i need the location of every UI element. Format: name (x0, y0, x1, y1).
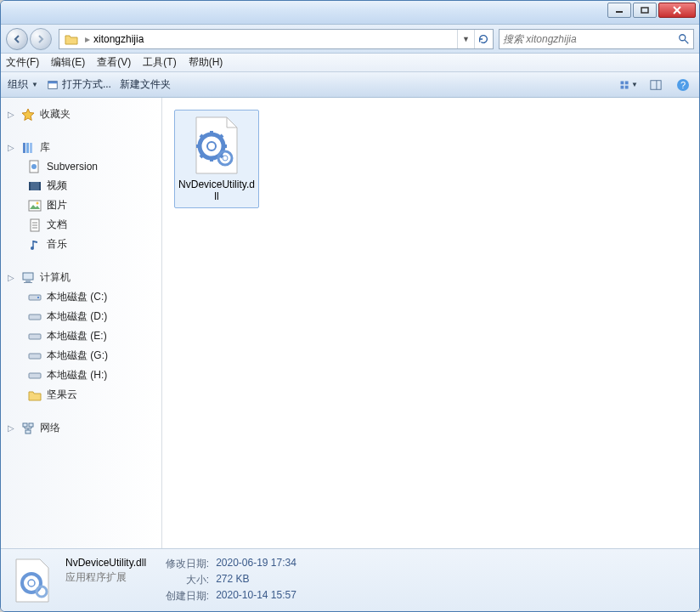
svg-rect-8 (621, 81, 624, 84)
svg-rect-42 (25, 430, 31, 434)
sidebar-item-music[interactable]: 音乐 (4, 235, 158, 254)
sidebar-item-jianguoyun[interactable]: 坚果云 (4, 385, 158, 405)
folder-icon (65, 32, 78, 46)
sidebar-item-pictures[interactable]: 图片 (4, 196, 158, 215)
disclosure-icon: ▷ (8, 273, 16, 282)
svg-point-44 (207, 142, 216, 150)
sidebar-item-drive-h[interactable]: 本地磁盘 (H:) (4, 366, 158, 385)
disclosure-icon: ▷ (8, 423, 16, 433)
file-item-selected[interactable]: NvDeviceUtility.dll (174, 110, 259, 208)
new-folder-button[interactable]: 新建文件夹 (120, 77, 171, 92)
libraries-heading[interactable]: ▷ 库 (4, 138, 158, 157)
sidebar-item-videos[interactable]: 视频 (4, 176, 158, 196)
sidebar-item-subversion[interactable]: Subversion (4, 157, 158, 176)
network-icon (21, 422, 35, 435)
back-button[interactable] (6, 28, 28, 50)
details-filetype: 应用程序扩展 (65, 570, 146, 585)
drive-icon (28, 291, 42, 304)
sidebar-item-documents[interactable]: 文档 (4, 215, 158, 235)
size-value: 272 KB (216, 573, 249, 587)
dll-file-icon (13, 558, 54, 604)
menu-help[interactable]: 帮助(H) (189, 55, 223, 70)
view-mode-button[interactable]: ▼ (619, 76, 638, 94)
svg-rect-22 (29, 182, 31, 190)
titlebar (1, 1, 699, 25)
search-input[interactable] (503, 33, 678, 45)
svg-rect-31 (23, 273, 33, 280)
sidebar-item-drive-e[interactable]: 本地磁盘 (E:) (4, 326, 158, 346)
sidebar-item-label: 本地磁盘 (G:) (47, 348, 108, 363)
organize-button[interactable]: 组织 ▼ (8, 77, 38, 92)
modified-value: 2020-06-19 17:34 (216, 557, 296, 571)
organize-label: 组织 (8, 77, 28, 92)
disclosure-icon: ▷ (8, 143, 16, 152)
svg-rect-38 (29, 354, 41, 359)
svg-rect-39 (29, 373, 41, 378)
svg-rect-35 (37, 297, 39, 298)
search-box[interactable] (499, 29, 694, 49)
svg-rect-33 (24, 282, 32, 283)
sidebar-item-drive-d[interactable]: 本地磁盘 (D:) (4, 307, 158, 326)
toolbar: 组织 ▼ 打开方式... 新建文件夹 ▼ ? (1, 72, 699, 98)
arrow-right-icon (36, 34, 46, 44)
picture-icon (28, 199, 42, 212)
svg-point-30 (31, 246, 34, 250)
svg-rect-32 (25, 280, 31, 282)
body-split: ▷ 收藏夹 ▷ 库 Subversion 视频 (1, 98, 699, 548)
menu-tools[interactable]: 工具(T) (143, 55, 176, 70)
sidebar-item-label: 图片 (47, 198, 67, 212)
drive-icon (28, 330, 42, 343)
svg-rect-21 (29, 182, 41, 190)
sidebar-item-drive-g[interactable]: 本地磁盘 (G:) (4, 346, 158, 366)
svg-rect-24 (29, 201, 41, 211)
open-with-button[interactable]: 打开方式... (47, 77, 111, 92)
help-button[interactable]: ? (674, 76, 692, 94)
created-label: 创建日期: (163, 589, 209, 604)
address-dropdown[interactable]: ▼ (457, 30, 474, 48)
favorites-heading[interactable]: ▷ 收藏夹 (4, 105, 158, 124)
computer-group: ▷ 计算机 本地磁盘 (C:) 本地磁盘 (D:) 本地磁盘 (E:) (4, 268, 158, 405)
computer-label: 计算机 (40, 270, 71, 285)
svg-rect-40 (23, 423, 27, 427)
dll-file-icon (189, 116, 244, 175)
document-icon (28, 218, 42, 232)
address-bar[interactable]: ▸ xitongzhijia ▼ (59, 29, 494, 49)
minimize-button[interactable] (607, 3, 631, 18)
drive-icon (28, 349, 42, 363)
network-label: 网络 (40, 421, 60, 435)
music-icon (28, 238, 42, 252)
menu-file[interactable]: 文件(F) (6, 55, 39, 70)
network-heading[interactable]: ▷ 网络 (4, 418, 158, 438)
refresh-button[interactable] (474, 30, 491, 48)
svg-line-50 (200, 155, 203, 157)
svg-rect-18 (30, 143, 32, 153)
forward-button[interactable] (30, 28, 52, 50)
svg-point-56 (28, 580, 35, 586)
svg-rect-10 (621, 85, 624, 88)
modified-label: 修改日期: (163, 557, 209, 571)
menu-view[interactable]: 查看(V) (97, 55, 131, 70)
menu-edit[interactable]: 编辑(E) (51, 55, 85, 70)
breadcrumb-sep: ▸ (85, 33, 90, 45)
disclosure-icon: ▷ (8, 110, 16, 119)
sidebar-item-label: 文档 (47, 218, 67, 232)
svg-rect-41 (29, 423, 33, 427)
maximize-button[interactable] (633, 3, 657, 18)
created-value: 2020-10-14 15:57 (216, 589, 296, 604)
svg-rect-9 (625, 81, 629, 84)
view-icon (619, 79, 629, 91)
close-button[interactable] (658, 3, 696, 18)
sidebar-item-label: 视频 (47, 178, 67, 193)
computer-heading[interactable]: ▷ 计算机 (4, 268, 158, 287)
details-filename: NvDeviceUtility.dll (65, 557, 146, 569)
content-area[interactable]: NvDeviceUtility.dll (162, 98, 699, 548)
svg-rect-17 (26, 143, 29, 153)
sidebar-item-drive-c[interactable]: 本地磁盘 (C:) (4, 287, 158, 307)
favorites-group: ▷ 收藏夹 (4, 105, 158, 124)
details-text: NvDeviceUtility.dll 应用程序扩展 修改日期: 2020-06… (65, 557, 296, 604)
size-label: 大小: (163, 573, 209, 587)
nav-buttons (6, 28, 54, 50)
preview-pane-button[interactable] (646, 76, 665, 94)
file-name-label: NvDeviceUtility.dll (178, 178, 255, 202)
svg-line-51 (220, 135, 223, 138)
